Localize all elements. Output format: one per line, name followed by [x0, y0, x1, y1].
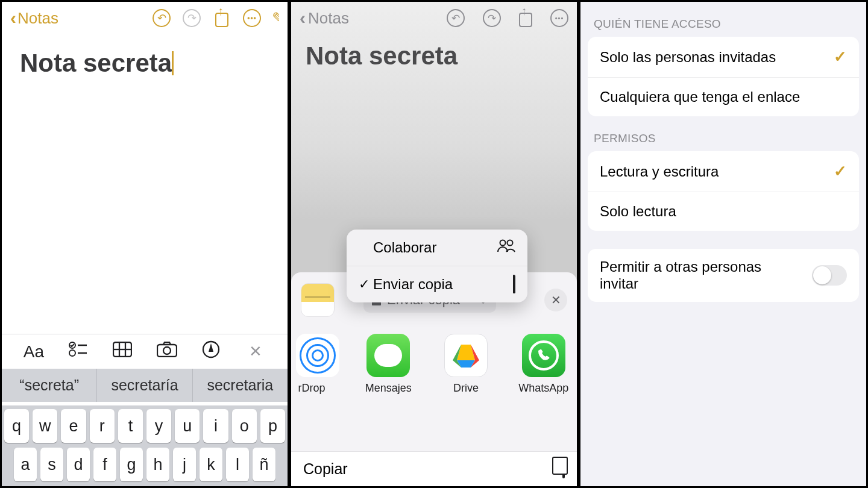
collaborate-option[interactable]: Colaborar: [347, 230, 527, 266]
suggestion-3[interactable]: secretaria: [193, 369, 288, 402]
table-button[interactable]: [110, 342, 134, 361]
checkmark-icon: ✓: [359, 277, 373, 292]
toggle-knob: [813, 266, 831, 284]
chevron-left-icon: ‹: [10, 8, 16, 28]
ellipsis-icon: •••: [243, 9, 261, 27]
back-label: Notas: [308, 9, 349, 28]
permissions-section-header: Permisos: [580, 116, 866, 151]
share-sheet: Enviar copia ⌃⌄ ✕ rDrop Mensajes Drive: [291, 272, 577, 486]
redo-icon: ↷: [183, 9, 201, 27]
access-anyone-link[interactable]: Cualquiera que tenga el enlace: [588, 78, 859, 116]
drive-label: Drive: [438, 382, 495, 395]
collaborate-label: Colaborar: [373, 239, 497, 256]
key-a[interactable]: a: [14, 448, 37, 481]
permissions-group: Lectura y escritura ✓ Solo lectura: [588, 151, 859, 231]
drive-icon: [444, 334, 488, 377]
key-t[interactable]: t: [118, 409, 143, 443]
note-thumbnail-icon: [301, 283, 335, 317]
markup-button[interactable]: [199, 340, 223, 363]
close-keyboard-button[interactable]: ✕: [244, 342, 268, 361]
format-toolbar: Aa ✕: [2, 334, 288, 369]
key-l[interactable]: l: [226, 448, 249, 481]
send-copy-option[interactable]: ✓ Enviar copia: [347, 266, 527, 302]
key-d[interactable]: d: [67, 448, 90, 481]
messages-icon: [366, 334, 410, 377]
whatsapp-label: WhatsApp: [515, 382, 572, 395]
back-button-dim: ‹ Notas: [300, 8, 349, 28]
svg-point-12: [508, 240, 513, 246]
close-sheet-button[interactable]: ✕: [544, 289, 567, 311]
note-title-dim: Nota secreta: [291, 34, 577, 78]
keyboard-suggestions: “secreta” secretaría secretaria: [2, 369, 288, 402]
allow-invite-toggle[interactable]: [812, 265, 847, 286]
share-button[interactable]: [212, 8, 232, 28]
suggestion-2[interactable]: secretaría: [97, 369, 192, 402]
key-f[interactable]: f: [93, 448, 116, 481]
access-group: Solo las personas invitadas ✓ Cualquiera…: [588, 37, 859, 116]
app-airdrop[interactable]: rDrop: [296, 334, 339, 395]
checkmark-icon: ✓: [834, 48, 847, 66]
back-button[interactable]: ‹ Notas: [10, 8, 58, 28]
perm-read-write[interactable]: Lectura y escritura ✓: [588, 151, 859, 192]
undo-icon: ↶: [153, 9, 171, 27]
key-q[interactable]: q: [4, 409, 29, 443]
undo-button[interactable]: ↶: [151, 8, 172, 28]
checklist-button[interactable]: [66, 342, 90, 361]
share-icon: [215, 13, 228, 27]
app-whatsapp[interactable]: WhatsApp: [515, 334, 572, 395]
access-section-header: Quién tiene acceso: [580, 2, 866, 37]
keyboard-row-2: a s d f g h j k l ñ: [4, 448, 285, 481]
note-title[interactable]: Nota secreta: [2, 34, 192, 78]
perm-ro-label: Solo lectura: [600, 203, 676, 220]
undo-icon: ↶: [447, 9, 465, 27]
svg-point-9: [163, 347, 171, 354]
send-copy-label: Enviar copia: [373, 276, 513, 293]
key-y[interactable]: y: [146, 409, 171, 443]
key-u[interactable]: u: [175, 409, 200, 443]
redo-icon: ↷: [483, 9, 501, 27]
back-label: Notas: [17, 9, 58, 28]
ellipsis-icon: •••: [550, 9, 568, 27]
key-j[interactable]: j: [173, 448, 196, 481]
nav-bar-dimmed: ‹ Notas ↶ ↷ •••: [291, 2, 577, 34]
app-drive[interactable]: Drive: [438, 334, 495, 395]
compose-button-partial[interactable]: ✎: [272, 9, 279, 28]
key-k[interactable]: k: [200, 448, 222, 481]
text-style-button[interactable]: Aa: [22, 342, 46, 361]
key-o[interactable]: o: [232, 409, 257, 443]
svg-marker-15: [457, 360, 475, 368]
suggestion-1[interactable]: “secreta”: [2, 369, 97, 402]
key-g[interactable]: g: [120, 448, 143, 481]
camera-button[interactable]: [155, 342, 179, 361]
copy-icon: [562, 461, 565, 478]
keyboard: q w e r t y u i o p a s d f g h j k l ñ: [2, 405, 288, 486]
panel-note-editor: ‹ Notas ↶ ↷ ••• ✎ Nota secreta Aa ✕ “sec…: [0, 0, 289, 488]
key-r[interactable]: r: [90, 409, 115, 443]
perm-read-only[interactable]: Solo lectura: [588, 192, 859, 231]
note-title-text: Nota secreta: [20, 49, 172, 77]
key-p[interactable]: p: [260, 409, 285, 443]
key-enie[interactable]: ñ: [253, 448, 275, 481]
svg-point-11: [500, 240, 506, 246]
allow-others-invite-row: Permitir a otras personas invitar: [588, 249, 859, 302]
app-messages[interactable]: Mensajes: [360, 334, 417, 395]
key-h[interactable]: h: [146, 448, 169, 481]
panel-share-sheet: ‹ Notas ↶ ↷ ••• Nota secreta Colaborar ✓…: [289, 0, 579, 488]
copy-label: Copiar: [303, 460, 348, 478]
copy-action[interactable]: Copiar: [291, 451, 577, 486]
access-invited-only[interactable]: Solo las personas invitadas ✓: [588, 37, 859, 78]
more-button[interactable]: •••: [242, 8, 262, 28]
airdrop-label: rDrop: [289, 382, 339, 395]
key-e[interactable]: e: [61, 409, 86, 443]
messages-label: Mensajes: [360, 382, 417, 395]
share-icon: [519, 13, 532, 27]
key-i[interactable]: i: [203, 409, 228, 443]
access-invited-label: Solo las personas invitadas: [600, 49, 776, 66]
checkmark-icon: ✓: [834, 162, 847, 181]
keyboard-row-1: q w e r t y u i o p: [4, 409, 285, 443]
svg-marker-14: [457, 345, 475, 360]
key-s[interactable]: s: [40, 448, 63, 481]
key-w[interactable]: w: [33, 409, 57, 443]
share-apps-row: rDrop Mensajes Drive WhatsApp: [291, 323, 577, 405]
nav-bar: ‹ Notas ↶ ↷ ••• ✎: [2, 2, 288, 34]
